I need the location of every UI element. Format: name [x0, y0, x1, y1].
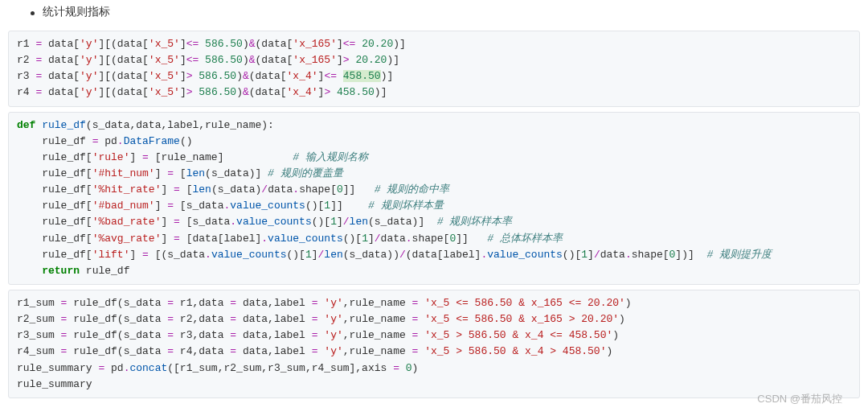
code-block-rule-df-function: def rule_df(s_data,data,label,rule_name)…: [8, 112, 860, 285]
bullet-dot-icon: [31, 11, 35, 15]
bullet-text: 统计规则指标: [43, 5, 110, 19]
code-block-rule-filters: r1 = data['y'][(data['x_5']<= 586.50)&(d…: [8, 31, 860, 107]
code-block-rule-summary: r1_sum = rule_df(s_data = r1,data = data…: [8, 290, 860, 398]
bullet-item: 统计规则指标: [8, 5, 860, 26]
